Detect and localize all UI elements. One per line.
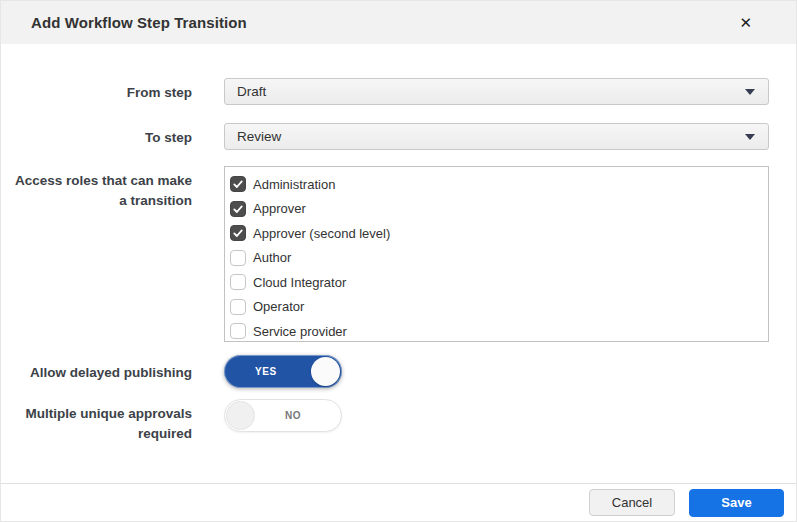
toggle-state-label: YES <box>255 366 277 377</box>
checkbox-unchecked-icon[interactable] <box>230 323 246 339</box>
role-label: Service provider <box>253 324 347 339</box>
multiple-unique-approvals-toggle[interactable]: NO <box>224 399 342 432</box>
cancel-button[interactable]: Cancel <box>589 489 675 516</box>
role-checkbox-item[interactable]: Operator <box>225 295 768 320</box>
from-step-value: Draft <box>237 84 266 99</box>
toggle-knob[interactable] <box>226 401 255 430</box>
checkbox-checked-icon[interactable] <box>230 225 246 241</box>
checkbox-checked-icon[interactable] <box>230 176 246 192</box>
chevron-down-icon <box>745 89 755 95</box>
dialog-form: From step Draft To step Review Access ro… <box>1 44 796 443</box>
from-step-select[interactable]: Draft <box>224 78 769 105</box>
checkbox-checked-icon[interactable] <box>230 201 246 217</box>
dialog-header: Add Workflow Step Transition ✕ <box>1 1 796 44</box>
to-step-row: To step Review <box>1 123 796 150</box>
role-label: Administration <box>253 177 335 192</box>
from-step-label: From step <box>1 78 192 105</box>
role-checkbox-item[interactable]: Approver <box>225 197 768 222</box>
save-button[interactable]: Save <box>689 489 784 517</box>
close-icon[interactable]: ✕ <box>733 11 758 34</box>
to-step-label: To step <box>1 123 192 150</box>
chevron-down-icon <box>745 134 755 140</box>
role-checkbox-item[interactable]: Service provider <box>225 319 768 342</box>
add-workflow-step-transition-dialog: Add Workflow Step Transition ✕ From step… <box>0 0 797 522</box>
role-checkbox-item[interactable]: Administration <box>225 172 768 197</box>
multiple-unique-approvals-row: Multiple unique approvals required NO <box>1 399 796 443</box>
allow-delayed-publishing-toggle[interactable]: YES <box>224 355 342 388</box>
to-step-value: Review <box>237 129 281 144</box>
checkbox-unchecked-icon[interactable] <box>230 274 246 290</box>
allow-delayed-publishing-label: Allow delayed publishing <box>1 355 192 388</box>
from-step-row: From step Draft <box>1 78 796 105</box>
role-checkbox-item[interactable]: Approver (second level) <box>225 221 768 246</box>
dialog-title: Add Workflow Step Transition <box>31 14 247 31</box>
role-label: Approver (second level) <box>253 226 390 241</box>
to-step-select[interactable]: Review <box>224 123 769 150</box>
multiple-unique-approvals-label: Multiple unique approvals required <box>1 399 192 443</box>
role-label: Author <box>253 250 291 265</box>
role-checkbox-item[interactable]: Cloud Integrator <box>225 270 768 295</box>
role-label: Cloud Integrator <box>253 275 346 290</box>
role-label: Approver <box>253 201 306 216</box>
access-roles-listbox[interactable]: AdministrationApproverApprover (second l… <box>224 166 769 342</box>
toggle-knob[interactable] <box>311 357 340 386</box>
allow-delayed-publishing-row: Allow delayed publishing YES <box>1 355 796 388</box>
toggle-state-label: NO <box>285 410 301 421</box>
checkbox-unchecked-icon[interactable] <box>230 250 246 266</box>
dialog-footer: Cancel Save <box>1 483 796 521</box>
checkbox-unchecked-icon[interactable] <box>230 299 246 315</box>
access-roles-label: Access roles that can make a transition <box>1 166 192 342</box>
role-checkbox-item[interactable]: Author <box>225 246 768 271</box>
role-label: Operator <box>253 299 304 314</box>
access-roles-row: Access roles that can make a transition … <box>1 166 796 342</box>
